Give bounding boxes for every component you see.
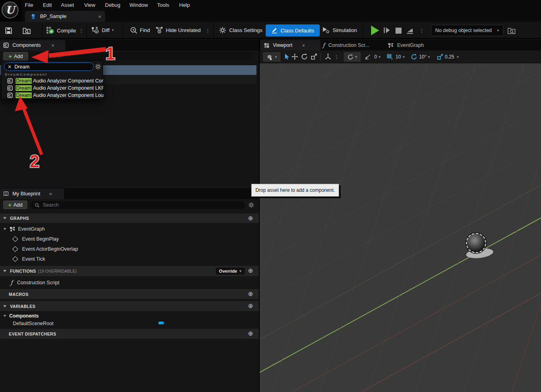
surface-snap-value[interactable]: 0: [374, 54, 377, 60]
collapse-triangle-icon[interactable]: [3, 217, 6, 219]
selection-mode-button[interactable]: ▾: [263, 52, 281, 62]
class-settings-button[interactable]: Class Settings: [219, 26, 262, 34]
chevron-down-icon[interactable]: ▾: [428, 55, 430, 59]
dropdown-item[interactable]: Dream Audio Analyzer Component Con: [2, 77, 103, 84]
find-button[interactable]: Find: [130, 26, 150, 34]
collapse-triangle-icon[interactable]: [4, 228, 6, 230]
dropdown-item[interactable]: Dream Audio Analyzer Component LKF: [2, 84, 103, 92]
event-tick-row[interactable]: Event Tick: [0, 254, 259, 263]
myblueprint-gear-icon[interactable]: [248, 202, 254, 208]
menu-asset[interactable]: Asset: [61, 0, 74, 10]
dropdown-item[interactable]: Dream Audio Analyzer Component Lou: [2, 92, 103, 99]
macros-section-header[interactable]: MACROS: [0, 289, 259, 299]
collapse-triangle-icon[interactable]: [4, 315, 6, 317]
play-button[interactable]: [371, 26, 379, 35]
viewport-tab[interactable]: Viewport ×: [260, 40, 321, 50]
rotate-tool-icon[interactable]: [301, 53, 308, 60]
play-options-icon[interactable]: ⋮: [419, 28, 424, 34]
clear-search-icon[interactable]: ✕: [8, 64, 12, 69]
graphs-section-header[interactable]: GRAPHS: [0, 213, 259, 223]
chevron-down-icon[interactable]: ▾: [457, 55, 459, 59]
scale-tool-icon[interactable]: [311, 53, 317, 60]
menu-debug[interactable]: Debug: [105, 0, 120, 10]
eject-icon[interactable]: [406, 26, 414, 34]
component-search-input[interactable]: [14, 64, 75, 70]
class-defaults-button[interactable]: Class Defaults: [266, 24, 320, 36]
viewport-tab-close-icon[interactable]: ×: [302, 43, 305, 48]
select-tool-icon[interactable]: [283, 53, 290, 60]
compile-button[interactable]: Compile: [46, 26, 76, 34]
grid-snap-icon[interactable]: [387, 54, 393, 60]
debug-object-select[interactable]: No debug object selected ▾: [431, 25, 503, 36]
variables-section-header[interactable]: VARIABLES: [0, 301, 259, 311]
chevron-down-icon[interactable]: ▾: [379, 55, 381, 59]
menu-tools[interactable]: Tools: [157, 0, 169, 10]
simulation-button[interactable]: Simulation: [322, 26, 357, 34]
variable-type-pill[interactable]: [158, 322, 164, 324]
asset-tab-close-icon[interactable]: ×: [98, 14, 101, 19]
components-tab[interactable]: Components ×: [0, 40, 65, 50]
construction-script-row[interactable]: ƒ Construction Script: [0, 278, 259, 287]
axis-gnomon-icon[interactable]: [325, 53, 331, 60]
collapse-triangle-icon[interactable]: [3, 305, 6, 308]
grid-snap-value[interactable]: 10: [396, 54, 401, 60]
add-component-button[interactable]: + Add: [3, 52, 28, 60]
stop-icon[interactable]: [396, 28, 402, 34]
menu-window[interactable]: Window: [129, 0, 148, 10]
myblueprint-search[interactable]: Search: [30, 201, 245, 209]
surface-snap-icon[interactable]: [365, 54, 371, 60]
construction-script-tab[interactable]: ƒ Construction Scr...: [323, 40, 369, 50]
rotation-snap-icon[interactable]: [411, 54, 417, 60]
compile-options-icon[interactable]: ⋮: [79, 28, 84, 34]
hide-unrelated-options-icon[interactable]: ⋮: [205, 28, 210, 34]
move-tool-icon[interactable]: [291, 53, 298, 60]
menu-file[interactable]: File: [25, 0, 33, 10]
component-search-input-wrap[interactable]: ✕: [4, 62, 94, 71]
myblueprint-add-button[interactable]: + Add: [3, 201, 27, 209]
world-space-icon: [347, 54, 353, 60]
override-dropdown[interactable]: Override ▾: [215, 267, 245, 275]
save-icon[interactable]: [5, 27, 12, 34]
menu-help[interactable]: Help: [179, 0, 190, 10]
event-dispatchers-section-header[interactable]: EVENT DISPATCHERS: [0, 329, 259, 339]
scale-snap-icon[interactable]: [437, 54, 443, 60]
add-graph-icon[interactable]: ⊕: [248, 215, 253, 222]
event-actorbeginoverlap-row[interactable]: Event ActorBeginOverlap: [0, 244, 259, 253]
browse-asset-icon[interactable]: [22, 27, 31, 34]
hide-unrelated-button[interactable]: Hide Unrelated: [155, 26, 201, 34]
asset-tab-bp-sample[interactable]: BP_Sample ×: [25, 11, 105, 22]
scale-snap-value[interactable]: 0.25: [445, 54, 454, 60]
component-icon: [3, 42, 9, 48]
eventgraph-row[interactable]: EventGraph: [0, 224, 259, 233]
myblueprint-tab-close-icon[interactable]: ×: [49, 191, 52, 197]
menu-view[interactable]: View: [84, 0, 95, 10]
browse-debug-icon[interactable]: [507, 27, 516, 34]
add-macro-icon[interactable]: ⊕: [248, 290, 253, 298]
components-tab-close-icon[interactable]: ×: [51, 43, 55, 48]
event-beginplay-row[interactable]: Event BeginPlay: [0, 234, 259, 243]
diff-button[interactable]: Diff ▾: [91, 26, 114, 34]
graph-icon: [10, 226, 15, 232]
add-function-icon[interactable]: ⊕: [248, 267, 253, 274]
menu-edit[interactable]: Edit: [43, 0, 52, 10]
eventgraph-tab[interactable]: EventGraph: [388, 40, 424, 50]
viewport-tab-label: Viewport: [273, 42, 292, 48]
variable-row[interactable]: DefaultSceneRoot: [0, 320, 259, 327]
transform-options-icon[interactable]: ⋮: [334, 54, 339, 60]
viewport-3d[interactable]: [260, 63, 541, 392]
collapse-triangle-icon[interactable]: [3, 270, 6, 272]
coordinate-space-button[interactable]: ▾: [344, 52, 361, 62]
dropdown-gear-icon[interactable]: [95, 63, 101, 70]
tooltip-text: Drop asset here to add a component.: [255, 187, 335, 193]
scene-root-sphere[interactable]: [466, 233, 486, 253]
variables-category-row[interactable]: Components: [0, 312, 259, 320]
add-variable-icon[interactable]: ⊕: [248, 302, 253, 310]
frame-advance-icon[interactable]: [383, 26, 391, 34]
components-search[interactable]: Search: [34, 52, 253, 60]
add-event-dispatcher-icon[interactable]: ⊕: [248, 330, 253, 337]
eventgraph-label: EventGraph: [18, 226, 45, 232]
component-search-dropdown: ✕ DreamComponent Dream Audio Analyzer Co…: [1, 60, 103, 99]
rotation-snap-value[interactable]: 10°: [419, 54, 426, 60]
chevron-down-icon[interactable]: ▾: [403, 55, 405, 59]
myblueprint-tab[interactable]: My Blueprint ×: [0, 189, 64, 199]
